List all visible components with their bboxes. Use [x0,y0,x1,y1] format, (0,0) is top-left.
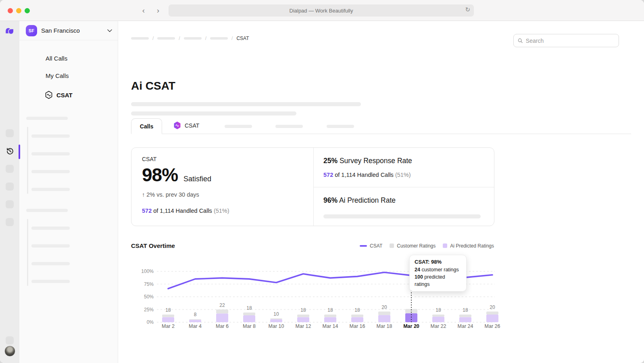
skeleton-bar [31,152,70,155]
svg-text:Mar 6: Mar 6 [216,323,229,329]
search-icon [518,38,523,44]
sidebar-item-csat-label: CSAT [56,92,73,99]
history-icon[interactable] [6,147,14,157]
square-swatch-icon [390,243,394,248]
svg-text:Mar 20: Mar 20 [403,323,419,329]
survey-response-panel: 25% Survey Response Rate 572 of 1,114 Ha… [314,148,494,187]
close-window-button[interactable] [8,8,13,13]
zoom-window-button[interactable] [25,8,30,13]
skeleton-bar [323,214,481,218]
rail-placeholder-icon [6,200,14,208]
tab-csat[interactable]: CSAT [173,121,199,130]
ai-hexagon-icon [44,90,53,99]
svg-text:18: 18 [165,307,171,313]
chart-legend: CSAT Customer Ratings Ai Predicted Ratin… [360,243,494,249]
svg-text:25%: 25% [144,307,154,313]
address-bar[interactable]: Dialpad — Work Beautifully ↻ [169,4,474,17]
dialpad-logo-icon[interactable] [4,26,15,38]
svg-text:18: 18 [246,305,252,311]
legend-item-customer-ratings[interactable]: Customer Ratings [390,243,436,249]
skeleton-bar [31,188,70,191]
svg-text:8: 8 [194,312,197,317]
skeleton-tree-line [27,219,28,286]
skeleton-breadcrumb-segment [184,37,202,40]
csat-handled-calls: 572 of 1,114 Handled Calls (51%) [142,208,303,214]
svg-text:22: 22 [219,302,225,308]
active-rail-indicator [19,145,20,159]
breadcrumb-current: CSAT [236,36,249,41]
skeleton-breadcrumb-segment [210,37,228,40]
skeleton-bar [31,244,70,248]
skeleton-bar [26,209,68,212]
browser-titlebar: ‹ › Dialpad — Work Beautifully ↻ [0,0,644,21]
skeleton-bar [31,227,70,230]
survey-response-title: 25% Survey Response Rate [323,157,484,165]
workspace-selector[interactable]: SF San Francisco [19,21,118,40]
tab-csat-label: CSAT [185,122,199,129]
tab-calls[interactable]: Calls [131,118,162,134]
csat-stat-panel: CSAT 98% Satisfied ↑2% vs. prev 30 days … [131,148,314,226]
arrow-up-icon: ↑ [142,191,145,198]
rail-placeholder-icon [6,218,14,226]
skeleton-bar [31,262,70,265]
back-button[interactable]: ‹ [140,6,148,15]
legend-item-ai-predicted-ratings[interactable]: Ai Predicted Ratings [443,243,494,249]
skeleton-bar [31,134,70,138]
chart-tooltip: CSAT: 98% 24 customer ratings 100 predic… [409,255,467,292]
search-box[interactable] [513,34,619,47]
csat-stat-value: 98% [142,164,178,186]
rail-placeholder-icon [6,183,14,191]
svg-text:75%: 75% [144,281,154,287]
tooltip-row: 24 customer ratings [415,266,461,273]
rail-placeholder-icon [6,165,14,173]
minimize-window-button[interactable] [16,8,21,13]
svg-text:Mar 12: Mar 12 [296,323,311,329]
line-swatch-icon [360,245,367,247]
survey-handled-calls: 572 of 1,114 Handled Calls (51%) [323,172,484,178]
skeleton-tree-line [27,127,28,194]
search-input[interactable] [526,38,615,44]
tooltip-title: CSAT: 98% [415,258,461,266]
svg-text:Mar 4: Mar 4 [189,323,202,329]
svg-text:20: 20 [381,304,387,310]
csat-trend: ↑2% vs. prev 30 days [142,191,303,198]
sidebar-item-csat[interactable]: CSAT [44,90,73,99]
svg-text:Mar 22: Mar 22 [431,323,446,329]
skeleton-bar [131,111,296,115]
chevron-down-icon [107,29,112,32]
handled-calls-link[interactable]: 572 [323,172,333,178]
skeleton-tab [327,125,354,128]
skeleton-breadcrumb-segment [157,37,175,40]
ai-hexagon-gradient-icon [173,121,181,130]
ai-prediction-title: 96% Ai Prediction Rate [323,196,484,205]
svg-text:10: 10 [273,311,279,317]
reload-icon[interactable]: ↻ [465,6,470,13]
skeleton-bar [31,170,70,173]
svg-text:Mar 16: Mar 16 [350,323,365,329]
handled-calls-link[interactable]: 572 [142,208,152,214]
workspace-badge: SF [26,25,37,36]
svg-text:Mar 2: Mar 2 [162,323,175,329]
skeleton-tab [275,125,303,128]
app-rail [0,21,19,363]
sidebar-item-all-calls[interactable]: All Calls [46,55,67,62]
svg-text:Mar 24: Mar 24 [458,323,473,329]
chart-title: CSAT Overtime [131,242,175,249]
tooltip-row: 100 predicted ratings [415,273,461,288]
svg-text:100%: 100% [141,269,154,274]
svg-text:18: 18 [354,307,360,313]
browser-window: ‹ › Dialpad — Work Beautifully ↻ [0,0,644,363]
user-avatar[interactable] [4,346,15,357]
skeleton-bar [131,102,361,106]
legend-item-csat[interactable]: CSAT [360,243,382,249]
svg-text:Mar 18: Mar 18 [377,323,392,329]
svg-text:18: 18 [463,307,468,313]
main-content: / / / / CSAT Ai CSAT Calls [118,21,644,363]
skeleton-breadcrumb-segment [131,37,149,40]
forward-button[interactable]: › [154,6,162,15]
sidebar-item-my-calls[interactable]: My Calls [46,72,69,79]
sidebar: SF San Francisco All Calls My Calls CSAT [19,21,118,363]
workspace-name: San Francisco [41,27,103,34]
skeleton-bar [31,280,70,283]
csat-stat-suffix: Satisfied [183,175,211,183]
